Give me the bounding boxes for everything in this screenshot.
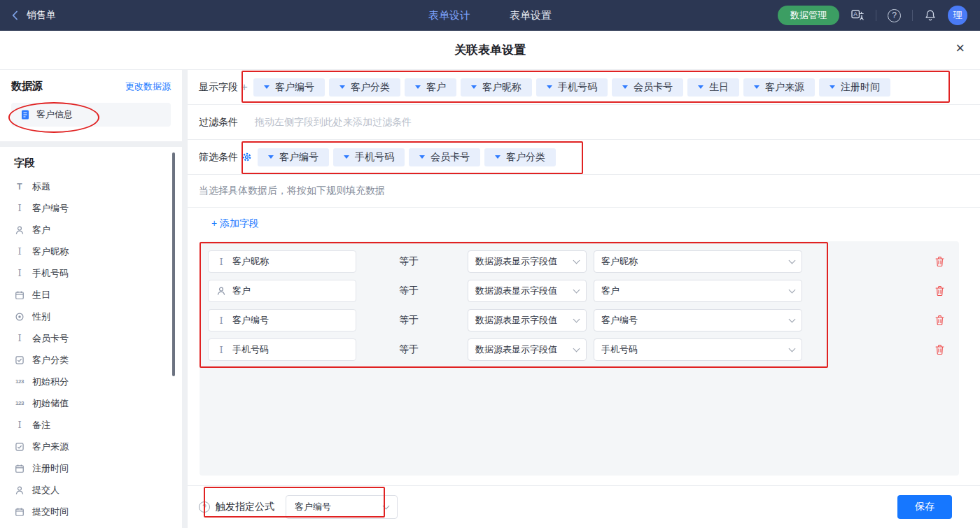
gear-icon[interactable] (241, 152, 252, 162)
svg-text:A: A (853, 10, 858, 17)
sidebar-scrollbar[interactable] (172, 152, 175, 376)
caret-down-icon (471, 85, 477, 89)
field-item[interactable]: I会员卡号 (0, 327, 182, 349)
field-item-label: 初始储值 (32, 397, 69, 410)
formula-help-icon[interactable]: ? (199, 501, 210, 513)
text-icon: I (216, 315, 227, 326)
caret-down-icon (340, 85, 345, 89)
display-fields-tags: 客户编号客户分类客户客户昵称手机号码会员卡号生日客户来源注册时间 (253, 78, 890, 97)
field-item[interactable]: T标题 (0, 176, 182, 197)
field-tag[interactable]: 客户 (405, 78, 456, 97)
caret-down-icon (415, 85, 421, 89)
change-datasource-link[interactable]: 更改数据源 (125, 80, 171, 93)
field-item[interactable]: 注册时间 (0, 457, 182, 479)
field-item[interactable]: 性别 (0, 306, 182, 327)
trash-icon[interactable] (934, 315, 945, 326)
field-item-label: 备注 (32, 419, 50, 431)
rule-field-box[interactable]: I客户编号 (208, 309, 356, 331)
datasource-item-label: 客户信息 (36, 108, 73, 121)
field-tag[interactable]: 客户来源 (743, 78, 815, 97)
text-icon: I (216, 345, 227, 355)
field-tag[interactable]: 注册时间 (819, 78, 890, 97)
chevron-down-icon (789, 257, 796, 264)
field-item[interactable]: 提交人 (0, 479, 182, 501)
addfield-row: + 添加字段 (188, 208, 980, 240)
filter-dropzone[interactable]: 拖动左侧字段到此处来添加过滤条件 (255, 116, 969, 129)
date-icon (14, 290, 25, 300)
language-icon[interactable]: A (850, 8, 864, 22)
datasource-header: 数据源 更改数据源 (11, 80, 171, 93)
field-item[interactable]: I客户昵称 (0, 241, 182, 262)
field-item[interactable]: 123初始储值 (0, 392, 182, 414)
bell-icon[interactable] (924, 9, 937, 22)
rule-source-value: 数据源表显示字段值 (475, 285, 557, 297)
divider (912, 10, 913, 21)
chevron-down-icon (573, 257, 580, 264)
datasource-title: 数据源 (11, 80, 43, 93)
save-button[interactable]: 保存 (897, 495, 952, 519)
rule-field-label: 客户昵称 (232, 255, 269, 268)
field-tag[interactable]: 客户编号 (253, 78, 325, 97)
radio-icon (14, 312, 25, 322)
rule-source-select[interactable]: 数据源表显示字段值 (468, 250, 587, 273)
close-icon[interactable]: × (955, 41, 965, 56)
topbar-tabs: 表单设计 表单设置 (428, 9, 552, 22)
help-icon[interactable]: ? (888, 9, 901, 22)
field-tag[interactable]: 会员卡号 (409, 148, 480, 166)
field-tag-label: 手机号码 (558, 81, 597, 94)
avatar[interactable]: 理 (948, 6, 967, 25)
rule-source-select[interactable]: 数据源表显示字段值 (468, 338, 587, 361)
rule-field-box[interactable]: I客户昵称 (208, 250, 356, 273)
rule-source-select[interactable]: 数据源表显示字段值 (468, 280, 587, 302)
rule-value-select[interactable]: 手机号码 (594, 338, 802, 361)
caret-down-icon (344, 155, 349, 159)
fill-rules-hint: 当选择具体数据后，将按如下规则填充数据 (188, 175, 980, 208)
trash-icon[interactable] (934, 256, 945, 267)
datasource-item[interactable]: 客户信息 (11, 103, 171, 127)
fields-list: T标题I客户编号客户I客户昵称I手机号码生日性别I会员卡号客户分类123初始积分… (0, 176, 182, 522)
add-field-link[interactable]: + 添加字段 (211, 217, 259, 230)
filter-row: 过滤条件 拖动左侧字段到此处来添加过滤条件 (188, 105, 980, 140)
field-tag[interactable]: 会员卡号 (612, 78, 683, 97)
field-item[interactable]: 生日 (0, 284, 182, 306)
field-tag[interactable]: 手机号码 (536, 78, 608, 97)
rule-value-select[interactable]: 客户昵称 (594, 250, 802, 273)
trash-icon[interactable] (934, 344, 945, 355)
field-item[interactable]: I手机号码 (0, 262, 182, 284)
field-item[interactable]: 客户来源 (0, 436, 182, 457)
datasource-card: 数据源 更改数据源 客户信息 (0, 70, 182, 141)
text-icon: I (14, 268, 25, 278)
data-manage-button[interactable]: 数据管理 (778, 6, 839, 25)
field-item[interactable]: 123初始积分 (0, 371, 182, 392)
date-icon (14, 507, 25, 517)
tab-form-settings[interactable]: 表单设置 (510, 9, 552, 22)
rule-field-box[interactable]: 客户 (208, 280, 356, 302)
rule-operator: 等于 (399, 314, 448, 327)
field-item[interactable]: 客户 (0, 219, 182, 241)
topbar-right: 数据管理 A ? 理 (778, 6, 967, 25)
field-tag[interactable]: 客户昵称 (461, 78, 532, 97)
field-tag[interactable]: 客户分类 (484, 148, 556, 166)
field-item[interactable]: 客户分类 (0, 349, 182, 371)
rule-value-select[interactable]: 客户编号 (594, 309, 802, 331)
field-tag[interactable]: 生日 (687, 78, 739, 97)
field-item[interactable]: 提交时间 (0, 501, 182, 522)
rule-value-select[interactable]: 客户 (594, 280, 802, 302)
tab-form-design[interactable]: 表单设计 (428, 9, 470, 22)
field-item[interactable]: I客户编号 (0, 197, 182, 219)
rule-field-box[interactable]: I手机号码 (208, 338, 356, 361)
field-tag[interactable]: 客户编号 (258, 148, 329, 166)
field-item[interactable]: I备注 (0, 414, 182, 436)
formula-select[interactable]: 客户编号 (286, 495, 398, 519)
topbar: 销售单 表单设计 表单设置 数据管理 A ? 理 (0, 0, 980, 31)
add-display-field-button[interactable]: + (241, 80, 248, 94)
back-button[interactable] (10, 10, 21, 21)
field-tag[interactable]: 手机号码 (333, 148, 405, 166)
field-tag[interactable]: 客户分类 (329, 78, 400, 97)
person-icon (14, 485, 25, 495)
rule-source-select[interactable]: 数据源表显示字段值 (468, 309, 587, 331)
chevron-down-icon (789, 345, 796, 352)
trash-icon[interactable] (934, 285, 945, 297)
filter-label: 过滤条件 (199, 116, 238, 129)
rule-row: I客户昵称等于数据源表显示字段值客户昵称 (208, 250, 959, 273)
